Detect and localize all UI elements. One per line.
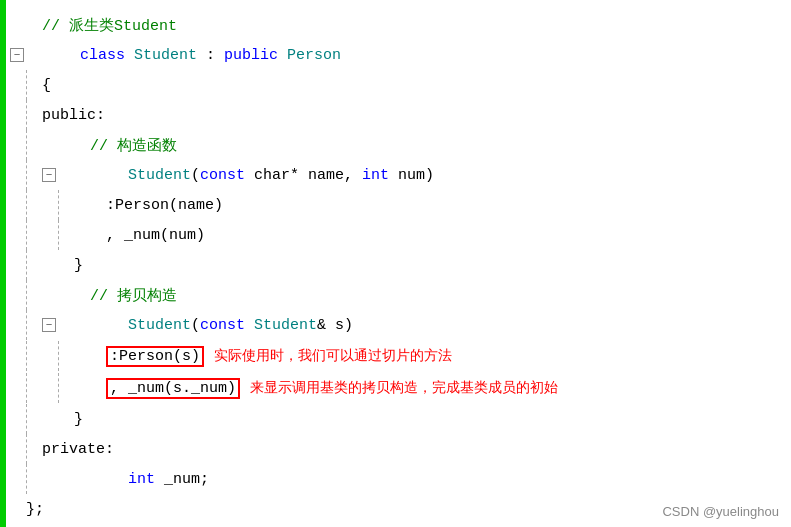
kw-public: public: [224, 47, 287, 64]
collapse-class[interactable]: −: [10, 48, 24, 62]
collapse-constructor1[interactable]: −: [42, 168, 56, 182]
brace-close-text: };: [26, 501, 44, 518]
line-constructor2: − Student(const Student& s): [0, 310, 791, 340]
line-brace2: }: [0, 404, 791, 434]
base-class: Person: [287, 47, 341, 64]
line-init2: , _num(num): [0, 220, 791, 250]
init2-text: , _num(num): [106, 227, 205, 244]
class-sep: :: [197, 47, 224, 64]
highlight-init-copy2: , _num(s._num): [106, 378, 240, 399]
code-container: // 派生类Student − class Student : public P…: [0, 0, 791, 527]
line-brace1: }: [0, 250, 791, 280]
line-init1: :Person(name): [0, 190, 791, 220]
annotation-line2: 来显示调用基类的拷贝构造，完成基类成员的初始: [250, 379, 558, 397]
line-public: public:: [0, 100, 791, 130]
brace1-text: }: [74, 257, 83, 274]
collapse-constructor2[interactable]: −: [42, 318, 56, 332]
line-member: int _num;: [0, 464, 791, 494]
highlight-init-copy1: :Person(s): [106, 346, 204, 367]
init-copy2-text: , _num(s._num): [110, 380, 236, 397]
init-copy1-text: :Person(s): [110, 348, 200, 365]
line-class: − class Student : public Person: [0, 40, 791, 70]
line-brace-open: {: [0, 70, 791, 100]
annotation-line1: 实际使用时，我们可以通过切片的方法: [214, 347, 452, 365]
kw-class: class: [80, 47, 134, 64]
line-init-copy1: :Person(s) 实际使用时，我们可以通过切片的方法: [0, 340, 791, 372]
class-name: Student: [134, 47, 197, 64]
brace-open-text: {: [42, 77, 51, 94]
watermark: CSDN @yuelinghou: [662, 504, 779, 519]
brace2-text: }: [74, 411, 83, 428]
line-init-copy2: , _num(s._num) 来显示调用基类的拷贝构造，完成基类成员的初始: [0, 372, 791, 404]
public-label: public:: [42, 107, 105, 124]
init1-text: :Person(name): [106, 197, 223, 214]
line-constructor1: − Student(const char* name, int num): [0, 160, 791, 190]
